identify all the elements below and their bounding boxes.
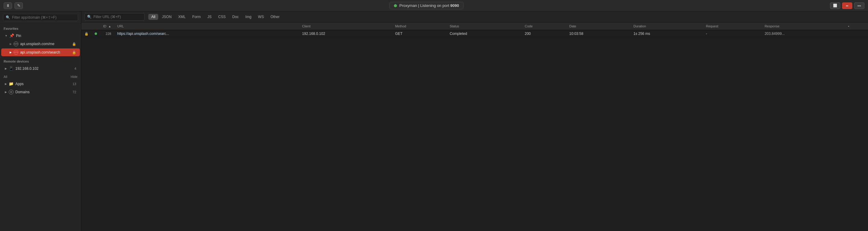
pin-folder-icon: 📌	[9, 33, 14, 38]
th-extra: •	[845, 23, 868, 30]
th-url[interactable]: URL	[114, 23, 299, 30]
th-client[interactable]: Client	[299, 23, 392, 30]
row-client: 192.168.0.102	[299, 30, 392, 38]
hide-button[interactable]: Hide	[70, 75, 78, 78]
row-method: GET	[392, 30, 447, 38]
all-label: All	[4, 75, 7, 78]
status-indicator	[394, 4, 397, 7]
filter-tabs: All JSON XML Form JS CSS Doc Img WS Othe…	[148, 14, 282, 20]
tab-xml[interactable]: XML	[175, 14, 189, 20]
expand-icon: ▶	[10, 42, 12, 45]
th-response[interactable]: Response	[762, 23, 845, 30]
sidebar: 🔍 Favorites ▼ 📌 Pin ▶ </> api.unsplash.c…	[0, 11, 82, 231]
row-lock: 🔒	[82, 30, 92, 38]
titlebar: ⏸ ✎ Proxyman | Listening on port 9090 ⬜ …	[0, 0, 868, 11]
pause-icon: ⏸	[6, 3, 10, 8]
apps-folder-icon: 📁	[9, 81, 13, 86]
layout-single-button[interactable]: ⬜	[830, 2, 840, 9]
sidebar-item-pin[interactable]: ▼ 📌 Pin	[1, 32, 80, 39]
sidebar-search-box[interactable]: 🔍	[3, 14, 78, 21]
th-status-dot	[92, 23, 100, 30]
sidebar-search-area: 🔍	[0, 11, 81, 24]
chevron-down-icon: ▼	[5, 34, 7, 37]
tab-json[interactable]: JSON	[159, 14, 175, 20]
unsplash-me-label: api.unsplash.com/me	[20, 42, 70, 46]
sidebar-item-domains[interactable]: ▶ ⊙ Domains 72	[1, 88, 80, 96]
lock-icon: 🔒	[72, 42, 76, 46]
row-request: -	[703, 30, 762, 38]
sidebar-item-unsplash-me[interactable]: ▶ </> api.unsplash.com/me 🔒	[1, 40, 80, 48]
sidebar-item-apps[interactable]: ▶ 📁 Apps 13	[1, 80, 80, 87]
titlebar-center: Proxyman | Listening on port 9090	[390, 2, 464, 9]
sidebar-search-input[interactable]	[12, 15, 75, 20]
expand-icon-active: ▶	[10, 51, 12, 54]
globe-icon-active: </>	[13, 50, 19, 55]
remote-devices-header: Remote devices	[0, 56, 81, 64]
row-date: 10:03:58	[566, 30, 630, 38]
device-icon: 📱	[9, 66, 13, 71]
remote-device-label: 192.168.0.102	[16, 67, 73, 71]
row-status-text: Completed	[447, 30, 522, 38]
tab-img[interactable]: Img	[242, 14, 254, 20]
row-id: 228	[100, 30, 114, 38]
filter-search-box[interactable]: 🔍	[84, 13, 145, 21]
search-icon: 🔍	[6, 15, 10, 20]
row-response: 203.84999...	[762, 30, 845, 38]
requests-table: ID ▲ URL Client Method Status Code Date …	[82, 23, 868, 38]
filter-search-icon: 🔍	[87, 15, 92, 19]
tab-form[interactable]: Form	[189, 14, 204, 20]
apps-chevron-icon: ▶	[5, 82, 7, 85]
table-row[interactable]: 🔒 228 https://api.unsplash.com/searc... …	[82, 30, 868, 38]
domains-label: Domains	[16, 90, 71, 94]
layout-triple-icon: ▪▪▪	[858, 4, 861, 7]
th-method[interactable]: Method	[392, 23, 447, 30]
remote-device-count: 4	[74, 67, 76, 70]
globe-icon: </>	[13, 41, 19, 46]
sidebar-item-remote-device[interactable]: ▶ 📱 192.168.0.102 4	[1, 65, 80, 72]
th-date[interactable]: Date	[566, 23, 630, 30]
th-lock	[82, 23, 92, 30]
th-id[interactable]: ID ▲	[100, 23, 114, 30]
tab-other[interactable]: Other	[267, 14, 282, 20]
all-section-header: All Hide	[0, 73, 81, 80]
main-layout: 🔍 Favorites ▼ 📌 Pin ▶ </> api.unsplash.c…	[0, 11, 868, 231]
lock-icon: 🔒	[84, 32, 89, 36]
domains-globe-icon: ⊙	[9, 90, 13, 94]
domains-count: 72	[73, 90, 76, 94]
row-extra	[845, 30, 868, 38]
filter-bar: 🔍 All JSON XML Form JS CSS Doc Img WS Ot…	[82, 11, 868, 23]
th-request[interactable]: Request	[703, 23, 762, 30]
requests-table-container: ID ▲ URL Client Method Status Code Date …	[82, 23, 868, 231]
th-status[interactable]: Status	[447, 23, 522, 30]
pin-label: Pin	[16, 34, 76, 38]
pause-button[interactable]: ⏸	[4, 2, 12, 9]
app-title: Proxyman | Listening on port 9090	[399, 3, 459, 8]
status-dot	[95, 33, 97, 35]
row-status-dot	[92, 30, 100, 38]
table-body: 🔒 228 https://api.unsplash.com/searc... …	[82, 30, 868, 38]
tab-all[interactable]: All	[148, 14, 158, 20]
apps-label: Apps	[16, 82, 71, 86]
layout-split-icon: ▪▪	[846, 4, 848, 7]
edit-button[interactable]: ✎	[14, 2, 23, 9]
row-duration: 1s 256 ms	[630, 30, 703, 38]
layout-triple-button[interactable]: ▪▪▪	[854, 2, 864, 9]
tab-doc[interactable]: Doc	[229, 14, 242, 20]
sidebar-item-unsplash-search[interactable]: ▶ </> api.unsplash.com/search 🔒	[1, 48, 80, 56]
th-duration[interactable]: Duration	[630, 23, 703, 30]
layout-single-icon: ⬜	[833, 4, 837, 7]
th-code[interactable]: Code	[522, 23, 566, 30]
tab-js[interactable]: JS	[204, 14, 215, 20]
table-header-row: ID ▲ URL Client Method Status Code Date …	[82, 23, 868, 30]
tab-css[interactable]: CSS	[215, 14, 229, 20]
tab-ws[interactable]: WS	[255, 14, 267, 20]
layout-split-button[interactable]: ▪▪	[842, 2, 852, 9]
titlebar-left: ⏸ ✎	[4, 2, 23, 9]
filter-url-input[interactable]	[93, 15, 133, 19]
lock-icon-active: 🔒	[72, 50, 76, 54]
row-url: https://api.unsplash.com/searc...	[114, 30, 299, 38]
row-code: 200	[522, 30, 566, 38]
content-area: 🔍 All JSON XML Form JS CSS Doc Img WS Ot…	[82, 11, 868, 231]
titlebar-right: ⬜ ▪▪ ▪▪▪	[830, 2, 864, 9]
unsplash-search-label: api.unsplash.com/search	[20, 50, 70, 54]
